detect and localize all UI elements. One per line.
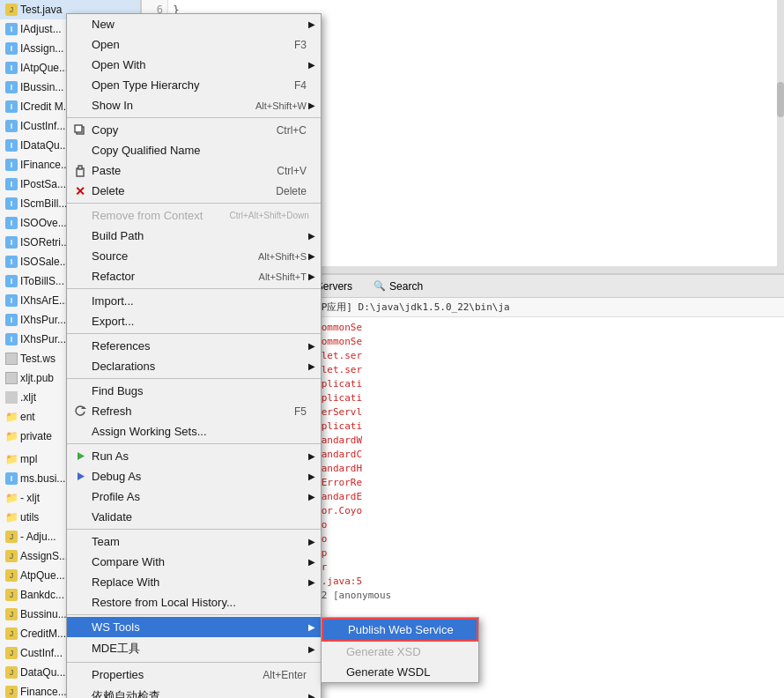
editor-vscrollbar[interactable] [777,0,784,273]
menu-item-dep-check[interactable]: 依赖自动检查 ▶ [67,685,321,698]
java-icon-28: J [5,531,18,543]
menu-item-open-type-hierarchy[interactable]: Open Type Hierarchy F4 [67,75,321,95]
menu-item-replace-with[interactable]: Replace With ▶ [67,572,321,592]
interface-icon-14: I [5,275,18,287]
menu-label-refactor: Refactor [92,270,135,283]
search-icon: 🔍 [374,280,386,292]
source-shortcut: Alt+Shift+S [232,251,307,262]
sep-2 [67,203,321,204]
menu-item-paste[interactable]: Paste Ctrl+V [67,160,321,181]
menu-item-restore-local[interactable]: Restore from Local History... [67,592,321,613]
menu-item-ws-tools[interactable]: WS Tools ▶ Publish Web Service Generate … [67,617,321,637]
menu-item-copy[interactable]: Copy Ctrl+C [67,120,321,140]
folder-icon-27: 📁 [5,509,18,525]
menu-item-copy-qualified[interactable]: Copy Qualified Name [67,140,321,160]
menu-item-open-with[interactable]: Open With ▶ [67,55,321,75]
menu-item-import[interactable]: Import... [67,291,321,311]
menu-label-references: References [92,339,150,353]
submenu-generate-xsd[interactable]: Generate XSD [322,642,478,662]
show-in-arrow: ▶ [308,100,315,110]
sidebar-label-27: utils [20,509,39,525]
menu-label-copy: Copy [92,123,118,137]
sidebar-label-36: Finance... [20,684,67,698]
replace-with-arrow: ▶ [308,577,315,587]
menu-label-validate: Validate [92,510,132,524]
sidebar-label-35: DataQu... [20,665,65,680]
menu-item-compare-with[interactable]: Compare With ▶ [67,552,321,572]
interface-icon-5: I [5,100,18,113]
menu-item-delete[interactable]: ✕ Delete Delete [67,181,321,201]
debug-as-arrow: ▶ [308,472,315,481]
interface-icon-2: I [5,42,18,55]
submenu-publish-web-service[interactable]: Publish Web Service [322,618,478,642]
sep-3 [67,288,321,289]
sep-1 [67,117,321,118]
menu-label-open-with: Open With [92,58,145,71]
sidebar-label-21: ent [20,409,35,425]
menu-item-refactor[interactable]: Refactor Alt+Shift+T ▶ [67,266,321,286]
sidebar-label-2: IAssign... [20,41,63,56]
menu-item-source[interactable]: Source Alt+Shift+S ▶ [67,246,321,266]
java-icon-31: J [5,589,18,601]
menu-item-debug-as[interactable]: Debug As ▶ [67,466,321,486]
ws-file-icon [5,353,18,365]
interface-icon-25: I [5,472,18,485]
interface-icon-8: I [5,159,18,171]
sidebar-label-25: ms.busi... [20,471,65,486]
menu-label-new: New [92,18,115,31]
menu-item-open[interactable]: Open F3 [67,34,321,55]
menu-item-refresh[interactable]: Refresh F5 [67,401,321,421]
source-arrow: ▶ [308,251,315,261]
sidebar-label-16: IXhsPur... [20,312,66,328]
menu-item-new[interactable]: New ▶ [67,14,321,34]
submenu-generate-wsdl[interactable]: Generate WSDL [322,662,478,682]
menu-label-show-in: Show In [92,99,133,112]
compare-with-arrow: ▶ [308,557,315,567]
menu-item-team[interactable]: Team ▶ [67,531,321,552]
menu-item-run-as[interactable]: Run As ▶ [67,446,321,466]
menu-item-profile-as[interactable]: Profile As ▶ [67,486,321,507]
sidebar-label-3: IAtpQue... [20,60,68,76]
menu-item-assign-working-sets[interactable]: Assign Working Sets... [67,421,321,442]
sidebar-label-15: IXhsArE... [20,293,68,308]
remove-ctx-shortcut: Ctrl+Alt+Shift+Down [203,211,308,220]
java-icon-34: J [5,647,18,659]
svg-rect-1 [75,125,82,132]
menu-label-build-path: Build Path [92,229,144,242]
tab-search-label: Search [389,280,423,293]
menu-item-find-bugs[interactable]: Find Bugs [67,381,321,401]
menu-label-debug-as: Debug As [92,470,141,483]
sidebar-label-8: IFinance... [20,157,70,173]
menu-item-mde-tools[interactable]: MDE工具 ▶ [67,637,321,660]
interface-icon-1: I [5,23,18,35]
menu-label-aws: Assign Working Sets... [92,425,207,438]
folder-icon-24: 📁 [5,451,18,467]
interface-icon-7: I [5,139,18,152]
refactor-shortcut: Alt+Shift+T [233,271,307,282]
menu-item-references[interactable]: References ▶ [67,336,321,356]
sidebar-label-31: Bankdc... [20,587,64,603]
copy-icon [72,124,88,137]
menu-item-declarations[interactable]: Declarations ▶ [67,356,321,376]
submenu-label-publish: Publish Web Service [348,623,454,636]
declarations-arrow: ▶ [308,361,315,371]
menu-item-properties[interactable]: Properties Alt+Enter [67,665,321,685]
menu-item-show-in[interactable]: Show In Alt+Shift+W ▶ [67,95,321,115]
interface-icon-15: I [5,294,18,307]
menu-item-validate[interactable]: Validate [67,507,321,527]
menu-item-build-path[interactable]: Build Path ▶ [67,226,321,246]
open-with-arrow: ▶ [308,60,315,70]
menu-label-export: Export... [92,315,134,328]
menu-item-export[interactable]: Export... [67,311,321,331]
menu-label-run-as: Run As [92,449,129,463]
interface-icon-9: I [5,178,18,190]
java-icon-29: J [5,550,18,562]
oth-shortcut: F4 [268,79,307,92]
folder-icon-21: 📁 [5,409,18,425]
run-as-arrow: ▶ [308,451,315,461]
menu-label-open: Open [92,38,120,51]
editor-vscrollbar-thumb [777,82,784,117]
delete-icon: ✕ [72,184,88,198]
tab-search[interactable]: 🔍 Search [364,277,433,296]
sidebar-label-10: IScmBill... [20,196,67,212]
